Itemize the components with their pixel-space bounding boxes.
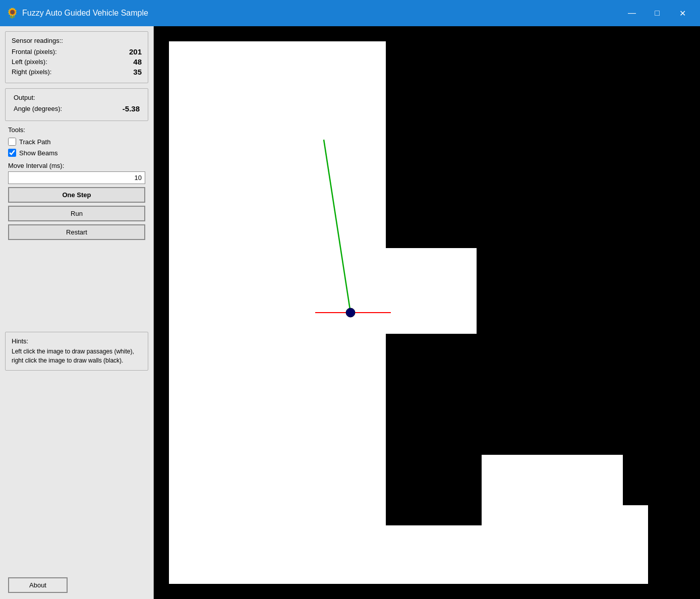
angle-row: Angle (degrees): -5.38 (14, 104, 140, 113)
maze-canvas-area[interactable] (154, 26, 700, 599)
left-panel: Sensor readings:: Frontal (pixels): 201 … (0, 26, 154, 599)
angle-label: Angle (degrees): (14, 105, 62, 112)
title-bar-left: 🌻 Fuzzy Auto Guided Vehicle Sample (6, 7, 148, 19)
frontal-label: Frontal (pixels): (12, 48, 57, 55)
track-path-row: Track Path (8, 138, 145, 146)
right-sensor-row: Right (pixels): 35 (12, 68, 142, 76)
svg-rect-9 (386, 455, 482, 525)
maximize-button[interactable]: □ (646, 5, 669, 21)
show-beams-label[interactable]: Show Beams (19, 149, 58, 157)
interval-label: Move Interval (ms): (8, 162, 145, 169)
frontal-value: 201 (116, 47, 142, 56)
output-section: Output: Angle (degrees): -5.38 (5, 88, 148, 121)
svg-rect-3 (386, 41, 685, 132)
track-path-label[interactable]: Track Path (19, 138, 50, 146)
left-sensor-row: Left (pixels): 48 (12, 57, 142, 66)
show-beams-row: Show Beams (8, 149, 145, 157)
track-path-checkbox[interactable] (8, 138, 16, 146)
run-button[interactable]: Run (8, 206, 145, 221)
show-beams-checkbox[interactable] (8, 149, 16, 157)
tools-section: Tools: Track Path Show Beams Move Interv… (0, 121, 153, 328)
maze-svg[interactable] (154, 26, 700, 599)
minimize-button[interactable]: — (620, 5, 644, 21)
output-title: Output: (14, 94, 140, 101)
left-label: Left (pixels): (12, 58, 47, 66)
close-button[interactable]: ✕ (671, 5, 694, 21)
app-icon: 🌻 (6, 7, 18, 19)
main-area: Sensor readings:: Frontal (pixels): 201 … (0, 26, 700, 599)
right-value: 35 (116, 68, 142, 76)
right-label: Right (pixels): (12, 68, 51, 76)
left-value: 48 (116, 57, 142, 66)
svg-rect-6 (386, 132, 685, 248)
sensor-readings-section: Sensor readings:: Frontal (pixels): 201 … (5, 31, 148, 83)
tools-title: Tools: (8, 126, 145, 134)
angle-value: -5.38 (114, 104, 140, 113)
one-step-button[interactable]: One Step (8, 187, 145, 203)
bottom-bar: About (0, 571, 153, 599)
spacer (0, 375, 153, 571)
title-bar-controls: — □ ✕ (620, 5, 694, 21)
restart-button[interactable]: Restart (8, 224, 145, 240)
svg-rect-10 (623, 455, 685, 505)
hints-text: Left click the image to draw passages (w… (12, 347, 142, 365)
sensor-readings-title: Sensor readings:: (12, 37, 142, 44)
svg-point-14 (346, 308, 355, 317)
about-button[interactable]: About (8, 577, 68, 593)
svg-rect-8 (386, 334, 685, 455)
interval-input[interactable] (8, 171, 145, 184)
hints-title: Hints: (12, 337, 142, 345)
frontal-sensor-row: Frontal (pixels): 201 (12, 47, 142, 56)
window-title: Fuzzy Auto Guided Vehicle Sample (22, 9, 148, 18)
hints-section: Hints: Left click the image to draw pass… (5, 332, 148, 371)
title-bar: 🌻 Fuzzy Auto Guided Vehicle Sample — □ ✕ (0, 0, 700, 26)
